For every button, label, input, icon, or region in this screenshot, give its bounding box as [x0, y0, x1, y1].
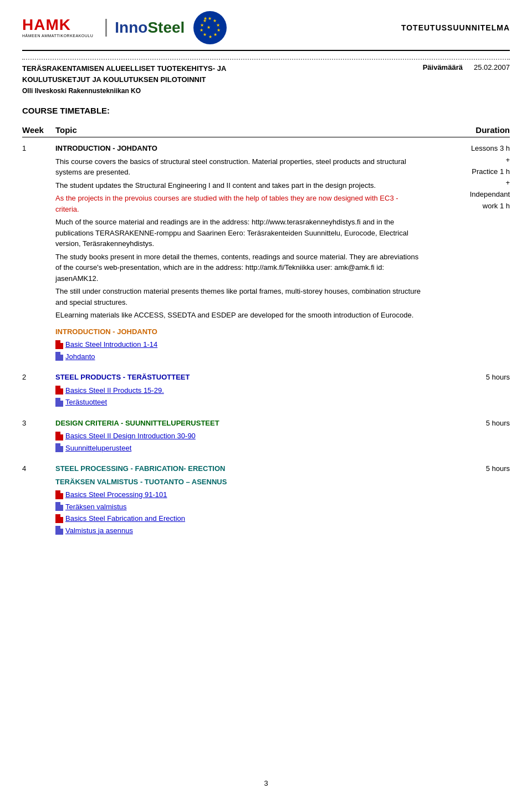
innosteel-logo: InnoSteel — [105, 19, 185, 37]
week4-link-4-text: Valmistus ja asennus — [65, 525, 133, 536]
week2-topic: STEEL PRODUCTS - TERÄSTUOTTEET Basics St… — [55, 372, 421, 409]
col-duration-header: Duration — [421, 125, 510, 135]
week4-topic: STEEL PROCESSING - FABRICATION- ERECTION… — [55, 463, 421, 537]
intro-links-title: INTRODUCTION - JOHDANTO — [55, 326, 421, 337]
eu-star: ★ — [217, 28, 221, 33]
intro-title: INTRODUCTION - JOHDANTO — [55, 143, 421, 154]
week2-row: 2 STEEL PRODUCTS - TERÄSTUOTTEET Basics … — [22, 372, 510, 409]
header-right-text: TOTEUTUSSUUNNITELMA — [401, 23, 510, 32]
week1-topic: INTRODUCTION - JOHDANTO This course cove… — [55, 143, 421, 363]
title-right: Päivämäärä 25.02.2007 — [423, 63, 510, 71]
week4-link-2-text: Teräksen valmistus — [65, 501, 127, 513]
eu-star: ★ — [203, 17, 207, 21]
date-value: 25.02.2007 — [474, 63, 510, 71]
innosteel-text: InnoSteel — [115, 19, 185, 37]
week3-duration: 5 hours — [421, 418, 510, 429]
header-left: HAMK HÄMEEN AMMATTIKORKEAKOULU InnoSteel… — [22, 11, 227, 44]
pdf-icon — [55, 340, 63, 349]
col-topic-header: Topic — [55, 125, 421, 135]
eu-star: ★ — [216, 23, 220, 28]
duration-plus1: + — [421, 155, 510, 166]
eu-logo: ★ ★ ★ ★ ★ ★ ★ ★ ★ ★ ★ ★ — [193, 11, 227, 44]
hamk-subtitle: HÄMEEN AMMATTIKORKEAKOULU — [22, 34, 93, 38]
intro-red: As the projects in the prevoius courses … — [55, 193, 421, 214]
week4-section-title2: TERÄKSEN VALMISTUS - TUOTANTO – ASENNUS — [55, 477, 421, 488]
table-header: Week Topic Duration — [22, 125, 510, 137]
eu-star: ★ — [207, 25, 211, 30]
intro-text2: The student updates the Structural Engin… — [55, 180, 421, 191]
page: HAMK HÄMEEN AMMATTIKORKEAKOULU InnoSteel… — [0, 0, 532, 804]
eu-stars: ★ ★ ★ ★ ★ ★ ★ ★ ★ ★ ★ ★ — [198, 16, 222, 40]
week4-number: 4 — [22, 463, 55, 473]
week1-duration: Lessons 3 h + Practice 1 h + Independant… — [421, 143, 510, 212]
pdf-icon — [55, 490, 63, 499]
hamk-text: HAMK — [22, 17, 71, 33]
week4-duration: 5 hours — [421, 463, 510, 475]
hamk-logo: HAMK HÄMEEN AMMATTIKORKEAKOULU — [22, 17, 93, 38]
week4-link-2[interactable]: Teräksen valmistus — [55, 501, 421, 513]
week2-link-1-text: Basics Steel II Products 15-29. — [65, 385, 164, 396]
intro-link-2[interactable]: Johdanto — [55, 351, 421, 362]
duration-lessons: Lessons 3 h — [421, 143, 510, 155]
ppt-icon — [55, 502, 63, 511]
week3-link-2[interactable]: Suunnitteluperusteet — [55, 443, 421, 454]
intro-text5: The still under construction material pr… — [55, 286, 421, 308]
intro-link-1[interactable]: Basic Steel Introduction 1-14 — [55, 339, 421, 350]
intro-link-1-text: Basic Steel Introduction 1-14 — [65, 339, 157, 350]
week2-section-title: STEEL PRODUCTS - TERÄSTUOTTEET — [55, 372, 421, 383]
eu-star: ★ — [200, 23, 204, 28]
intro-text6: ELearning materials like ACCESS, SSEDTA … — [55, 310, 421, 321]
eu-star: ★ — [203, 33, 207, 37]
week4-link-3[interactable]: Basics Steel Fabrication and Erection — [55, 513, 421, 524]
week2-link-2-text: Terästuotteet — [65, 397, 107, 408]
dotted-divider — [22, 59, 510, 60]
week1-number: 1 — [22, 143, 55, 152]
week4-row: 4 STEEL PROCESSING - FABRICATION- ERECTI… — [22, 463, 510, 537]
week3-topic: DESIGN CRITERIA - SUUNNITTELUPERUSTEET B… — [55, 418, 421, 455]
week4-link-1-text: Basics Steel Processing 91-101 — [65, 489, 167, 500]
duration-independant: Independant — [421, 189, 510, 201]
week3-link-1-text: Basics Steel II Design Introduction 30-9… — [65, 431, 196, 442]
author-line: Olli Ilveskoski Rakennustekniikan KO — [22, 86, 226, 96]
week2-number: 2 — [22, 372, 55, 381]
date-label: Päivämäärä — [423, 63, 463, 71]
header: HAMK HÄMEEN AMMATTIKORKEAKOULU InnoSteel… — [22, 11, 510, 51]
title-line1: TERÄSRAKENTAMISEN ALUEELLISET TUOTEKEHIT… — [22, 63, 226, 74]
week1-row: 1 INTRODUCTION - JOHDANTO This course co… — [22, 143, 510, 363]
pdf-icon — [55, 386, 63, 395]
week2-duration: 5 hours — [421, 372, 510, 383]
week2-link-2[interactable]: Terästuotteet — [55, 397, 421, 408]
week4-link-3-text: Basics Steel Fabrication and Erection — [65, 513, 185, 524]
week4-section-title1: STEEL PROCESSING - FABRICATION- ERECTION — [55, 463, 421, 474]
eu-star: ★ — [200, 28, 203, 33]
week3-link-1[interactable]: Basics Steel II Design Introduction 30-9… — [55, 431, 421, 442]
title-left: TERÄSRAKENTAMISEN ALUEELLISET TUOTEKEHIT… — [22, 63, 226, 96]
week4-link-4[interactable]: Valmistus ja asennus — [55, 525, 421, 536]
week3-section-title: DESIGN CRITERIA - SUUNNITTELUPERUSTEET — [55, 418, 421, 429]
ppt-icon — [55, 398, 63, 407]
ppt-icon — [55, 443, 63, 452]
col-week-header: Week — [22, 125, 55, 135]
intro-text1: This course covers the basics of structu… — [55, 156, 421, 178]
page-number: 3 — [264, 779, 268, 787]
intro-text3: Much of the source material and readings… — [55, 217, 421, 249]
duration-plus2: + — [421, 177, 510, 189]
pdf-icon — [55, 432, 63, 441]
week3-link-2-text: Suunnitteluperusteet — [65, 443, 131, 454]
intro-text4: The study books present in more detail t… — [55, 252, 421, 284]
ppt-icon — [55, 526, 63, 535]
eu-star: ★ — [213, 33, 217, 37]
ppt-icon — [55, 352, 63, 361]
course-timetable-heading: COURSE TIMETABLE: — [22, 106, 510, 115]
week4-link-1[interactable]: Basics Steel Processing 91-101 — [55, 489, 421, 500]
week2-link-1[interactable]: Basics Steel II Products 15-29. — [55, 385, 421, 396]
week3-row: 3 DESIGN CRITERIA - SUUNNITTELUPERUSTEET… — [22, 418, 510, 455]
title-block: TERÄSRAKENTAMISEN ALUEELLISET TUOTEKEHIT… — [22, 63, 510, 96]
pdf-icon — [55, 514, 63, 523]
eu-star: ★ — [208, 17, 212, 21]
eu-star: ★ — [208, 35, 212, 39]
duration-work: work 1 h — [421, 201, 510, 212]
intro-link-2-text: Johdanto — [65, 351, 95, 362]
duration-practice: Practice 1 h — [421, 166, 510, 178]
week3-number: 3 — [22, 418, 55, 427]
